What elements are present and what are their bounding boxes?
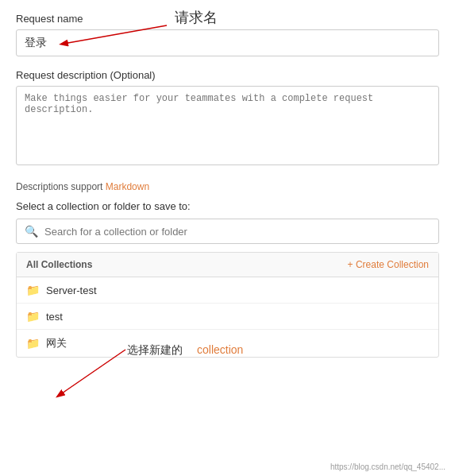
collection-item-test[interactable]: 📁 test bbox=[17, 304, 438, 330]
collection-item-server-test[interactable]: 📁 Server-test bbox=[17, 277, 438, 304]
request-name-input[interactable] bbox=[16, 29, 439, 56]
collection-name: Server-test bbox=[46, 284, 97, 296]
search-collection-input[interactable] bbox=[44, 226, 430, 238]
folder-icon: 📁 bbox=[26, 337, 40, 350]
request-name-section: Request name bbox=[16, 13, 439, 56]
request-description-section: Request description (Optional) bbox=[16, 69, 439, 168]
collection-name: 网关 bbox=[46, 336, 67, 350]
folder-icon: 📁 bbox=[26, 310, 40, 323]
request-description-input[interactable] bbox=[16, 86, 439, 165]
markdown-link[interactable]: Markdown bbox=[106, 181, 149, 192]
markdown-note: Descriptions support Markdown bbox=[16, 181, 439, 192]
folder-icon: 📁 bbox=[26, 284, 40, 296]
collections-header: All Collections + Create Collection bbox=[17, 253, 438, 277]
request-name-label: Request name bbox=[16, 13, 439, 25]
collection-name: test bbox=[46, 311, 63, 323]
collections-panel: All Collections + Create Collection 📁 Se… bbox=[16, 252, 439, 358]
create-collection-button[interactable]: + Create Collection bbox=[348, 259, 429, 270]
search-icon: 🔍 bbox=[25, 225, 38, 238]
search-collection-box: 🔍 bbox=[16, 219, 439, 244]
watermark: https://blog.csdn.net/qq_45402... bbox=[330, 462, 445, 471]
collection-item-wangguan[interactable]: 📁 网关 bbox=[17, 330, 438, 357]
request-description-label: Request description (Optional) bbox=[16, 69, 439, 81]
all-collections-title: All Collections bbox=[26, 259, 92, 270]
select-collection-label: Select a collection or folder to save to… bbox=[16, 200, 439, 212]
